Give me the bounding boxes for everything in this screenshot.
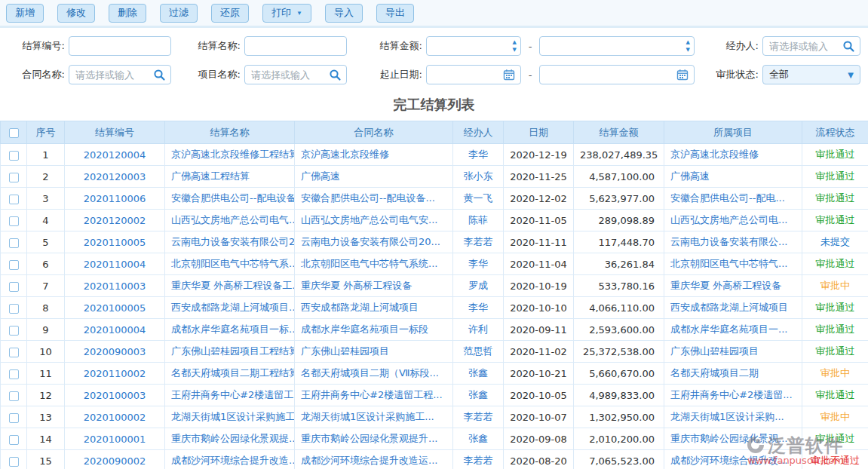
settlement-name-link[interactable]: 王府井商务中心#2楼遗留工... xyxy=(171,389,295,400)
settlement-code-link[interactable]: 2020090003 xyxy=(84,346,146,357)
flow-status[interactable]: 审批通过 xyxy=(816,149,855,160)
flow-status[interactable]: 审批中 xyxy=(820,367,850,379)
settlement-code-link[interactable]: 2020110002 xyxy=(84,368,146,379)
flow-status[interactable]: 未提交 xyxy=(820,236,850,247)
project-name-link[interactable]: 王府井商务中心#2楼遗留... xyxy=(670,389,793,400)
settlement-name-link[interactable]: 云南电力设备安装有限公司2... xyxy=(171,236,295,247)
settlement-code-link[interactable]: 2020110003 xyxy=(84,280,146,292)
spinner-down-icon[interactable]: ▼ xyxy=(513,46,517,54)
settlement-code-link[interactable]: 2020110006 xyxy=(84,193,146,204)
project-name-link[interactable]: 京沪高速北京段维修 xyxy=(670,149,759,160)
project-name-link[interactable]: 西安成都路龙湖上河城项目 xyxy=(670,302,788,313)
project-name-link[interactable]: 成都沙河环境综合提升改... xyxy=(670,455,787,466)
flow-status[interactable]: 审批通过 xyxy=(816,302,855,313)
search-icon[interactable] xyxy=(842,40,855,53)
contract-name-link[interactable]: 王府井商务中心#2楼遗留工程... xyxy=(301,389,443,400)
row-checkbox[interactable] xyxy=(9,260,19,270)
import-button[interactable]: 导入 xyxy=(325,4,363,23)
spinner-up-icon[interactable]: ▲ xyxy=(513,38,517,46)
project-name-link[interactable]: 云南电力设备安装有限公... xyxy=(670,236,787,247)
contract-name-link[interactable]: 重庆华夏 外高桥工程设备 xyxy=(301,280,412,291)
settlement-no-input[interactable] xyxy=(69,37,170,55)
restore-button[interactable]: 还原 xyxy=(211,4,249,23)
search-icon[interactable] xyxy=(329,69,342,81)
settlement-name-link[interactable]: 龙湖天街城1区设计采购施工... xyxy=(171,411,295,422)
project-name-link[interactable]: 龙湖天街城1区设计采购... xyxy=(670,411,784,422)
contract-name-link[interactable]: 名都天府城项目二期（Ⅶ标段... xyxy=(301,367,439,379)
settlement-name-link[interactable]: 广东佛山碧桂园项目工程结算 xyxy=(171,345,295,357)
settlement-name-link[interactable]: 名都天府城项目二期工程结算 xyxy=(171,367,295,379)
filter-button[interactable]: 过滤 xyxy=(160,4,198,23)
search-icon[interactable] xyxy=(153,69,166,81)
select-all-checkbox[interactable] xyxy=(9,128,19,138)
project-name-link[interactable]: 北京朝阳区电气中芯特气... xyxy=(670,258,787,269)
export-button[interactable]: 导出 xyxy=(376,4,414,23)
settlement-code-link[interactable]: 2020120002 xyxy=(84,215,146,226)
row-checkbox[interactable] xyxy=(9,173,19,182)
settlement-name-link[interactable]: 北京朝阳区电气中芯特气系... xyxy=(171,258,295,269)
contract-name-link[interactable]: 龙湖天街城1区设计采购施工... xyxy=(301,411,434,422)
flow-status[interactable]: 审批通过 xyxy=(816,258,855,269)
settlement-name-input[interactable] xyxy=(245,37,346,55)
flow-status[interactable]: 审批通过 xyxy=(816,192,855,204)
project-name-link[interactable]: 成都水岸华庭名苑项目一... xyxy=(670,323,787,335)
row-checkbox[interactable] xyxy=(9,413,19,423)
project-name-link[interactable]: 重庆市鹅岭公园绿化景观... xyxy=(670,433,787,444)
amount-max-input[interactable] xyxy=(540,37,694,55)
settlement-code-link[interactable]: 2020120004 xyxy=(84,149,146,161)
project-name-link[interactable]: 重庆华夏 外高桥工程设备 xyxy=(670,280,781,291)
settlement-code-link[interactable]: 2020110004 xyxy=(84,259,146,270)
settlement-code-link[interactable]: 2020100004 xyxy=(84,324,146,336)
contract-name-link[interactable]: 山西弘文房地产总公司电气安... xyxy=(301,214,437,225)
row-checkbox[interactable] xyxy=(9,282,19,292)
settlement-name-link[interactable]: 安徽合肥供电公司--配电设备... xyxy=(171,192,295,204)
contract-name-link[interactable]: 北京朝阳区电气中芯特气系统... xyxy=(301,258,437,269)
row-checkbox[interactable] xyxy=(9,457,19,467)
contract-name-link[interactable]: 成都水岸华庭名苑项目一标段 xyxy=(301,323,428,335)
spinner-up-icon[interactable]: ▲ xyxy=(686,38,690,46)
project-name-link[interactable]: 名都天府城项目二期 xyxy=(670,367,759,379)
row-checkbox[interactable] xyxy=(9,391,19,401)
row-checkbox[interactable] xyxy=(9,369,19,379)
contract-name-link[interactable]: 京沪高速北京段维修 xyxy=(301,149,389,160)
contract-name-link[interactable]: 云南电力设备安装有限公司20... xyxy=(301,236,440,247)
settlement-name-link[interactable]: 成都水岸华庭名苑项目一标... xyxy=(171,323,295,335)
settlement-code-link[interactable]: 2020100001 xyxy=(84,434,146,445)
row-checkbox[interactable] xyxy=(9,348,19,357)
flow-status[interactable]: 审批通过 xyxy=(816,170,855,182)
calendar-icon[interactable] xyxy=(503,69,516,81)
settlement-code-link[interactable]: 2020090002 xyxy=(84,455,146,467)
settlement-name-link[interactable]: 山西弘文房地产总公司电气... xyxy=(171,214,295,225)
settlement-name-link[interactable]: 重庆华夏 外高桥工程设备工... xyxy=(171,280,295,291)
approval-status-select[interactable]: 全部 ▼ xyxy=(762,65,860,84)
spinner-down-icon[interactable]: ▼ xyxy=(686,46,690,54)
row-checkbox[interactable] xyxy=(9,238,19,248)
print-button[interactable]: 打印▼ xyxy=(262,4,311,23)
settlement-name-link[interactable]: 京沪高速北京段维修工程结算 xyxy=(171,149,295,160)
add-button[interactable]: 新增 xyxy=(6,4,44,23)
row-checkbox[interactable] xyxy=(9,326,19,336)
contract-name-link[interactable]: 成都沙河环境综合提升改造运... xyxy=(301,455,437,466)
flow-status[interactable]: 审批中 xyxy=(820,411,850,422)
settlement-name-link[interactable]: 成都沙河环境综合提升改造... xyxy=(171,455,295,466)
row-checkbox[interactable] xyxy=(9,435,19,445)
flow-status[interactable]: 审批不通过 xyxy=(811,455,860,466)
amount-max-spinner[interactable]: ▲▼ xyxy=(686,38,690,54)
contract-name-link[interactable]: 西安成都路龙湖上河城项目 xyxy=(301,302,419,313)
amount-min-spinner[interactable]: ▲▼ xyxy=(513,38,517,54)
settlement-code-link[interactable]: 2020120003 xyxy=(84,171,146,182)
row-checkbox[interactable] xyxy=(9,195,19,204)
project-name-link[interactable]: 山西弘文房地产总公司电... xyxy=(670,214,787,225)
flow-status[interactable]: 审批通过 xyxy=(816,323,855,335)
contract-name-link[interactable]: 广佛高速 xyxy=(301,170,340,182)
settlement-name-link[interactable]: 广佛高速工程结算 xyxy=(171,170,250,182)
flow-status[interactable]: 审批通过 xyxy=(816,345,855,357)
settlement-code-link[interactable]: 2020100003 xyxy=(84,390,146,401)
project-name-link[interactable]: 安徽合肥供电公司--配电... xyxy=(670,192,785,204)
settlement-name-link[interactable]: 重庆市鹅岭公园绿化景观提... xyxy=(171,433,295,444)
flow-status[interactable]: 审批通过 xyxy=(816,389,855,400)
calendar-icon[interactable] xyxy=(676,69,689,81)
amount-min-input[interactable] xyxy=(427,37,520,55)
settlement-code-link[interactable]: 2020100005 xyxy=(84,302,146,314)
flow-status[interactable]: 审批中 xyxy=(820,280,850,291)
